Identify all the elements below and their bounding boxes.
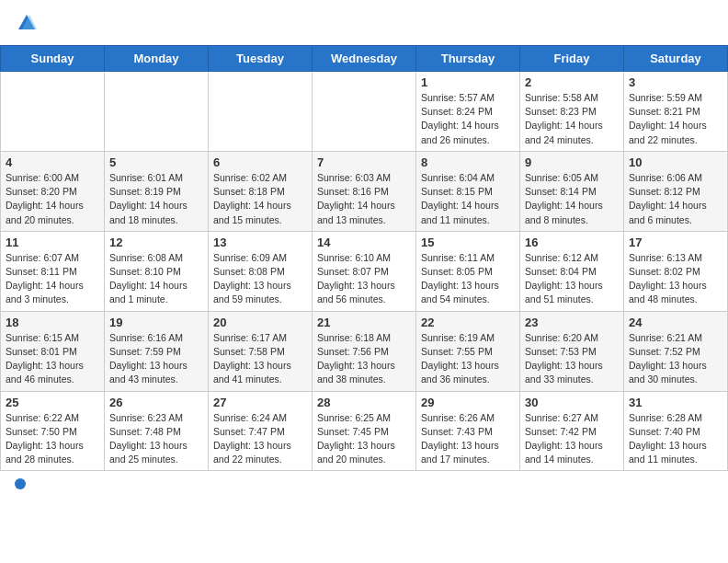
day-info: Sunrise: 6:10 AM Sunset: 8:07 PM Dayligh…: [317, 251, 411, 307]
day-number: 28: [317, 396, 411, 409]
day-info: Sunrise: 6:28 AM Sunset: 7:40 PM Dayligh…: [629, 411, 722, 467]
calendar-cell: 22Sunrise: 6:19 AM Sunset: 7:55 PM Dayli…: [416, 311, 520, 391]
day-number: 23: [525, 316, 619, 329]
calendar-week-row: 4Sunrise: 6:00 AM Sunset: 8:20 PM Daylig…: [1, 151, 728, 231]
day-number: 21: [317, 316, 411, 329]
day-info: Sunrise: 6:02 AM Sunset: 8:18 PM Dayligh…: [213, 171, 307, 227]
footer: [0, 471, 728, 497]
day-info: Sunrise: 6:03 AM Sunset: 8:16 PM Dayligh…: [317, 171, 411, 227]
day-number: 26: [109, 396, 203, 409]
day-number: 18: [6, 316, 99, 329]
calendar-week-row: 11Sunrise: 6:07 AM Sunset: 8:11 PM Dayli…: [1, 231, 728, 311]
day-number: 30: [525, 396, 619, 409]
day-info: Sunrise: 6:07 AM Sunset: 8:11 PM Dayligh…: [6, 251, 99, 307]
calendar-cell: 16Sunrise: 6:12 AM Sunset: 8:04 PM Dayli…: [520, 231, 624, 311]
day-number: 3: [629, 75, 722, 89]
day-info: Sunrise: 5:57 AM Sunset: 8:24 PM Dayligh…: [421, 91, 515, 147]
calendar-week-row: 25Sunrise: 6:22 AM Sunset: 7:50 PM Dayli…: [1, 391, 728, 471]
day-number: 9: [525, 155, 619, 169]
calendar-cell: 23Sunrise: 6:20 AM Sunset: 7:53 PM Dayli…: [520, 311, 624, 391]
header: [0, 0, 728, 45]
day-number: 15: [421, 236, 515, 249]
col-header-monday: Monday: [105, 46, 209, 72]
day-number: 27: [213, 396, 307, 409]
day-number: 12: [109, 236, 203, 249]
day-number: 19: [109, 316, 203, 329]
calendar-cell: [1, 72, 105, 152]
day-info: Sunrise: 6:21 AM Sunset: 7:52 PM Dayligh…: [629, 331, 722, 387]
day-info: Sunrise: 6:12 AM Sunset: 8:04 PM Dayligh…: [525, 251, 619, 307]
day-info: Sunrise: 6:24 AM Sunset: 7:47 PM Dayligh…: [213, 411, 307, 467]
calendar-cell: 8Sunrise: 6:04 AM Sunset: 8:15 PM Daylig…: [416, 151, 520, 231]
day-info: Sunrise: 6:15 AM Sunset: 8:01 PM Dayligh…: [6, 331, 99, 387]
calendar-cell: 5Sunrise: 6:01 AM Sunset: 8:19 PM Daylig…: [105, 151, 209, 231]
calendar-cell: 6Sunrise: 6:02 AM Sunset: 8:18 PM Daylig…: [209, 151, 313, 231]
day-number: 11: [6, 236, 99, 249]
day-number: 31: [629, 396, 722, 409]
calendar-cell: 3Sunrise: 5:59 AM Sunset: 8:21 PM Daylig…: [624, 72, 728, 152]
day-number: 24: [629, 316, 722, 329]
day-info: Sunrise: 6:18 AM Sunset: 7:56 PM Dayligh…: [317, 331, 411, 387]
day-number: 20: [213, 316, 307, 329]
col-header-wednesday: Wednesday: [313, 46, 416, 72]
calendar-header-row: SundayMondayTuesdayWednesdayThursdayFrid…: [1, 46, 728, 72]
calendar-cell: 25Sunrise: 6:22 AM Sunset: 7:50 PM Dayli…: [1, 391, 105, 471]
day-number: 14: [317, 236, 411, 249]
day-info: Sunrise: 6:16 AM Sunset: 7:59 PM Dayligh…: [109, 331, 203, 387]
day-info: Sunrise: 6:22 AM Sunset: 7:50 PM Dayligh…: [6, 411, 99, 467]
calendar-cell: 21Sunrise: 6:18 AM Sunset: 7:56 PM Dayli…: [313, 311, 416, 391]
day-info: Sunrise: 6:00 AM Sunset: 8:20 PM Dayligh…: [6, 171, 99, 227]
day-number: 13: [213, 236, 307, 249]
logo: [15, 13, 37, 38]
calendar-week-row: 1Sunrise: 5:57 AM Sunset: 8:24 PM Daylig…: [1, 72, 728, 152]
calendar-cell: 4Sunrise: 6:00 AM Sunset: 8:20 PM Daylig…: [1, 151, 105, 231]
day-info: Sunrise: 6:11 AM Sunset: 8:05 PM Dayligh…: [421, 251, 515, 307]
calendar-cell: [105, 72, 209, 152]
day-number: 5: [109, 155, 203, 169]
logo-icon: [17, 13, 37, 33]
calendar-table: SundayMondayTuesdayWednesdayThursdayFrid…: [0, 45, 728, 471]
calendar-cell: 17Sunrise: 6:13 AM Sunset: 8:02 PM Dayli…: [624, 231, 728, 311]
calendar-cell: 2Sunrise: 5:58 AM Sunset: 8:23 PM Daylig…: [520, 72, 624, 152]
day-info: Sunrise: 6:25 AM Sunset: 7:45 PM Dayligh…: [317, 411, 411, 467]
day-number: 25: [6, 396, 99, 409]
day-info: Sunrise: 6:20 AM Sunset: 7:53 PM Dayligh…: [525, 331, 619, 387]
day-number: 6: [213, 155, 307, 169]
calendar-cell: 20Sunrise: 6:17 AM Sunset: 7:58 PM Dayli…: [209, 311, 313, 391]
day-info: Sunrise: 6:04 AM Sunset: 8:15 PM Dayligh…: [421, 171, 515, 227]
day-info: Sunrise: 6:13 AM Sunset: 8:02 PM Dayligh…: [629, 251, 722, 307]
col-header-friday: Friday: [520, 46, 624, 72]
day-number: 16: [525, 236, 619, 249]
calendar-cell: 30Sunrise: 6:27 AM Sunset: 7:42 PM Dayli…: [520, 391, 624, 471]
day-number: 17: [629, 236, 722, 249]
calendar-cell: 24Sunrise: 6:21 AM Sunset: 7:52 PM Dayli…: [624, 311, 728, 391]
day-info: Sunrise: 6:26 AM Sunset: 7:43 PM Dayligh…: [421, 411, 515, 467]
day-info: Sunrise: 5:59 AM Sunset: 8:21 PM Dayligh…: [629, 91, 722, 147]
day-info: Sunrise: 6:08 AM Sunset: 8:10 PM Dayligh…: [109, 251, 203, 307]
day-number: 22: [421, 316, 515, 329]
calendar-cell: 14Sunrise: 6:10 AM Sunset: 8:07 PM Dayli…: [313, 231, 416, 311]
calendar-cell: 1Sunrise: 5:57 AM Sunset: 8:24 PM Daylig…: [416, 72, 520, 152]
day-info: Sunrise: 6:27 AM Sunset: 7:42 PM Dayligh…: [525, 411, 619, 467]
calendar-cell: 7Sunrise: 6:03 AM Sunset: 8:16 PM Daylig…: [313, 151, 416, 231]
day-number: 8: [421, 155, 515, 169]
day-info: Sunrise: 6:23 AM Sunset: 7:48 PM Dayligh…: [109, 411, 203, 467]
day-number: 2: [525, 75, 619, 89]
calendar-cell: 9Sunrise: 6:05 AM Sunset: 8:14 PM Daylig…: [520, 151, 624, 231]
calendar-cell: 11Sunrise: 6:07 AM Sunset: 8:11 PM Dayli…: [1, 231, 105, 311]
calendar-week-row: 18Sunrise: 6:15 AM Sunset: 8:01 PM Dayli…: [1, 311, 728, 391]
calendar-cell: 26Sunrise: 6:23 AM Sunset: 7:48 PM Dayli…: [105, 391, 209, 471]
day-number: 10: [629, 155, 722, 169]
calendar-cell: 12Sunrise: 6:08 AM Sunset: 8:10 PM Dayli…: [105, 231, 209, 311]
col-header-thursday: Thursday: [416, 46, 520, 72]
calendar-cell: 15Sunrise: 6:11 AM Sunset: 8:05 PM Dayli…: [416, 231, 520, 311]
calendar-cell: [313, 72, 416, 152]
day-info: Sunrise: 6:17 AM Sunset: 7:58 PM Dayligh…: [213, 331, 307, 387]
calendar-cell: 29Sunrise: 6:26 AM Sunset: 7:43 PM Dayli…: [416, 391, 520, 471]
col-header-saturday: Saturday: [624, 46, 728, 72]
calendar-cell: 10Sunrise: 6:06 AM Sunset: 8:12 PM Dayli…: [624, 151, 728, 231]
col-header-tuesday: Tuesday: [209, 46, 313, 72]
daylight-dot: [15, 478, 26, 489]
calendar-cell: 31Sunrise: 6:28 AM Sunset: 7:40 PM Dayli…: [624, 391, 728, 471]
calendar-cell: 13Sunrise: 6:09 AM Sunset: 8:08 PM Dayli…: [209, 231, 313, 311]
